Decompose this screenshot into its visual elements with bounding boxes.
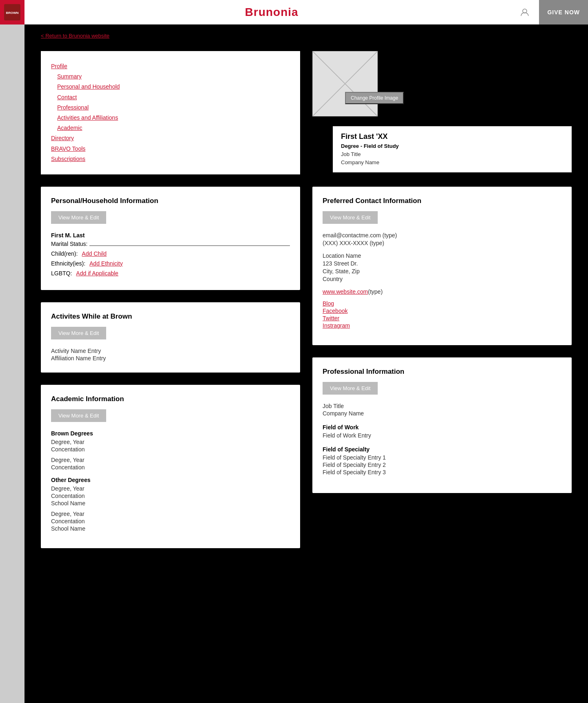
personal-household-title: Personal/Household Information (51, 197, 290, 205)
add-child-link[interactable]: Add Child (82, 250, 107, 257)
academic-card: Academic Information View More & Edit Br… (41, 385, 300, 548)
field-of-work-label: Field of Work (323, 424, 561, 431)
profile-company: Company Name (341, 158, 564, 167)
other-degree-2: Degree, Year Concentation School Name (51, 511, 290, 532)
other-degree-1: Degree, Year Concentation School Name (51, 485, 290, 507)
right-column: Preferred Contact Information View More … (312, 187, 572, 548)
change-profile-image-button[interactable]: Change Profile Image (345, 92, 404, 104)
brown-degree-1-year: Degree, Year (51, 439, 290, 445)
navigation-card: Profile Summary Personal and Household C… (41, 51, 300, 174)
profile-image-area: Change Profile Image First Last 'XX Degr… (312, 51, 572, 174)
email-section: email@contactme.com (type) (XXX) XXX-XXX… (323, 232, 561, 246)
ethnicity-row: Ethnicity(ies): Add Ethnicity (51, 260, 290, 267)
location-name: Location Name (323, 252, 561, 259)
main-content: < Return to Brunonia website Profile Sum… (24, 25, 588, 556)
other-degrees-label: Other Degrees (51, 477, 290, 483)
professional-title: Professional Information (323, 368, 561, 376)
profile-job-title: Job Title (341, 150, 564, 158)
marital-status-label: Marital Status: (51, 241, 87, 247)
affiliation-entry: Affiliation Name Entry (51, 355, 290, 362)
professional-view-edit-button[interactable]: View More & Edit (323, 382, 378, 395)
return-link[interactable]: < Return to Brunonia website (41, 33, 572, 39)
country: Country (323, 276, 561, 282)
other-degree-1-school: School Name (51, 500, 290, 507)
preferred-contact-card: Preferred Contact Information View More … (312, 187, 572, 345)
nav-academic[interactable]: Academic (57, 123, 290, 133)
children-label: Child(ren): (51, 250, 78, 257)
profile-name: First Last 'XX (341, 132, 564, 141)
nav-activities[interactable]: Activities and Affiliations (57, 113, 290, 123)
brown-logo: BROWN (4, 4, 20, 20)
lgbtq-label: LGBTQ: (51, 270, 72, 277)
specialty-entry-2: Field of Specialty Entry 2 (323, 462, 561, 468)
other-degrees-section: Other Degrees Degree, Year Concentation … (51, 477, 290, 532)
job-info-section: Job Title Company Name (323, 403, 561, 417)
field-of-specialty-section: Field of Specialty Field of Specialty En… (323, 446, 561, 475)
svg-text:BROWN: BROWN (6, 11, 18, 15)
brown-degree-1-concentration: Concentation (51, 446, 290, 453)
nav-professional[interactable]: Professional (57, 103, 290, 113)
nav-personal-household[interactable]: Personal and Household (57, 82, 290, 92)
brown-degree-2-concentration: Concentation (51, 464, 290, 471)
nav-directory[interactable]: Directory (51, 133, 290, 143)
specialty-entry-1: Field of Specialty Entry 1 (323, 454, 561, 461)
nav-summary[interactable]: Summary (57, 71, 290, 82)
content-columns: Personal/Household Information View More… (41, 187, 572, 548)
add-applicable-link[interactable]: Add if Applicable (76, 270, 118, 277)
nav-subscriptions[interactable]: Subscriptions (51, 154, 290, 164)
left-column: Personal/Household Information View More… (41, 187, 300, 548)
website-link[interactable]: www.website.com (323, 288, 368, 295)
ethnicity-label: Ethnicity(ies): (51, 260, 85, 267)
profile-info-box: First Last 'XX Degree - Field of Study J… (333, 126, 572, 172)
brand-logo: BROWN (0, 0, 24, 25)
academic-view-edit-button[interactable]: View More & Edit (51, 409, 106, 422)
twitter-link[interactable]: Twitter (323, 315, 561, 321)
personal-household-view-edit-button[interactable]: View More & Edit (51, 211, 106, 224)
brown-degrees-label: Brown Degrees (51, 430, 290, 437)
address1: 123 Street Dr. (323, 260, 561, 267)
brown-degree-2-year: Degree, Year (51, 457, 290, 463)
professional-card: Professional Information View More & Edi… (312, 357, 572, 493)
preferred-contact-view-edit-button[interactable]: View More & Edit (323, 211, 378, 224)
brown-degree-2: Degree, Year Concentation (51, 457, 290, 471)
field-of-work-section: Field of Work Field of Work Entry (323, 424, 561, 439)
top-navigation: BROWN Brunonia GIVE NOW (0, 0, 588, 25)
nav-contact[interactable]: Contact (57, 92, 290, 103)
phone-entry: (XXX) XXX-XXXX (type) (323, 240, 561, 246)
city-state: City, State, Zip (323, 268, 561, 275)
user-icon[interactable] (519, 6, 531, 18)
other-degree-2-concentration: Concentation (51, 518, 290, 524)
marital-status-underline (89, 245, 290, 246)
field-of-specialty-label: Field of Specialty (323, 446, 561, 453)
personal-full-name: First M. Last (51, 232, 290, 239)
academic-title: Academic Information (51, 395, 290, 403)
activities-view-edit-button[interactable]: View More & Edit (51, 327, 106, 339)
profile-degree: Degree - Field of Study (341, 143, 564, 149)
blog-link[interactable]: Blog (323, 300, 561, 307)
other-degree-1-concentration: Concentation (51, 493, 290, 499)
instagram-link[interactable]: Instragram (323, 322, 561, 329)
left-sidebar (0, 25, 24, 703)
other-degree-1-year: Degree, Year (51, 485, 290, 492)
email-entry: email@contactme.com (type) (323, 232, 561, 239)
add-ethnicity-link[interactable]: Add Ethnicity (89, 260, 123, 267)
professional-company: Company Name (323, 410, 561, 417)
other-degree-2-school: School Name (51, 525, 290, 532)
nav-bravo-tools[interactable]: BRAVO Tools (51, 144, 290, 154)
brown-degrees-section: Brown Degrees Degree, Year Concentation … (51, 430, 290, 471)
website-type: (type) (368, 288, 383, 295)
site-title: Brunonia (24, 6, 519, 19)
top-section: Profile Summary Personal and Household C… (41, 51, 572, 174)
profile-image-placeholder (312, 51, 378, 116)
lgbtq-row: LGBTQ: Add if Applicable (51, 270, 290, 277)
address-section: Location Name 123 Street Dr. City, State… (323, 252, 561, 282)
specialty-entry-3: Field of Specialty Entry 3 (323, 469, 561, 475)
give-now-button[interactable]: GIVE NOW (539, 0, 588, 25)
facebook-link[interactable]: Facebook (323, 308, 561, 314)
children-row: Child(ren): Add Child (51, 250, 290, 257)
nav-profile[interactable]: Profile (51, 61, 290, 71)
preferred-contact-title: Preferred Contact Information (323, 197, 561, 205)
field-of-work-entry: Field of Work Entry (323, 432, 561, 439)
activities-card: Activites While at Brown View More & Edi… (41, 302, 300, 373)
activities-title: Activites While at Brown (51, 312, 290, 321)
